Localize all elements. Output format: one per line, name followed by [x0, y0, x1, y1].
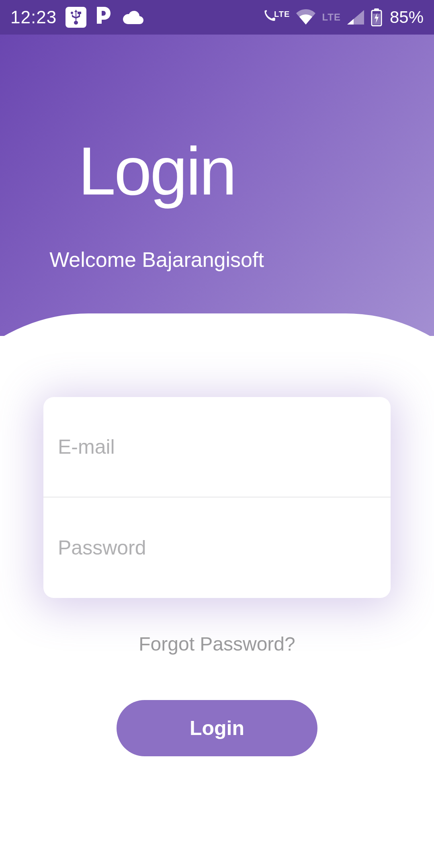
status-time: 12:23 [10, 7, 57, 27]
password-field[interactable] [58, 536, 376, 559]
forgot-password-link[interactable]: Forgot Password? [0, 633, 434, 655]
lte-label-1: LTE [274, 10, 290, 19]
lte-label-2: LTE [322, 12, 341, 23]
usb-icon [66, 7, 86, 28]
page-subtitle: Welcome Bajarangisoft [28, 248, 285, 272]
email-input-wrapper[interactable] [43, 397, 391, 497]
svg-rect-1 [374, 8, 379, 11]
status-bar-left: 12:23 [10, 6, 144, 29]
wifi-icon [295, 9, 316, 25]
battery-percent: 85% [390, 8, 424, 27]
status-bar: 12:23 LTE [0, 0, 434, 35]
email-field[interactable] [58, 435, 376, 459]
battery-charging-icon [371, 8, 383, 27]
signal-icon [346, 9, 365, 25]
phone-lte-icon: LTE [264, 10, 290, 25]
cloud-icon [122, 10, 144, 25]
login-form-card [43, 397, 391, 598]
password-input-wrapper[interactable] [43, 497, 391, 598]
login-button[interactable]: Login [117, 700, 317, 756]
status-bar-right: LTE LTE 85% [264, 8, 424, 27]
header-gradient: Login Welcome Bajarangisoft [0, 35, 434, 336]
p-icon [95, 6, 113, 29]
page-title: Login [28, 133, 285, 210]
